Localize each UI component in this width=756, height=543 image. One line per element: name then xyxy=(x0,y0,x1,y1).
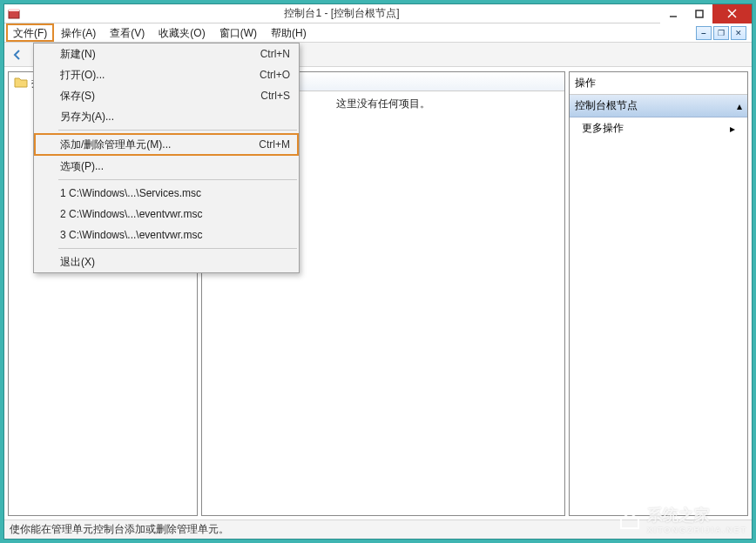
svg-line-4 xyxy=(728,10,736,17)
menu-item-label: 2 C:\Windows\...\eventvwr.msc xyxy=(60,208,202,220)
menu-new[interactable]: 新建(N) Ctrl+N xyxy=(34,44,299,64)
menu-item-label: 退出(X) xyxy=(60,255,95,270)
menu-view[interactable]: 查看(V) xyxy=(103,23,152,42)
menu-add-remove-snapin[interactable]: 添加/删除管理单元(M)... Ctrl+M xyxy=(34,133,299,156)
menu-window[interactable]: 窗口(W) xyxy=(213,23,264,42)
menu-shortcut: Ctrl+M xyxy=(233,138,290,151)
action-pane-title: 操作 xyxy=(570,72,747,95)
menu-item-label: 选项(P)... xyxy=(60,159,104,174)
menu-favorites[interactable]: 收藏夹(O) xyxy=(152,23,212,42)
action-header-label: 控制台根节点 xyxy=(575,98,638,113)
svg-rect-1 xyxy=(9,9,19,11)
action-pane: 操作 控制台根节点 ▴ 更多操作 ▸ xyxy=(569,71,748,516)
mdi-restore-button[interactable]: ❐ xyxy=(713,26,729,40)
svg-rect-0 xyxy=(9,10,19,18)
titlebar: 控制台1 - [控制台根节点] xyxy=(4,4,752,23)
menu-action[interactable]: 操作(A) xyxy=(54,23,103,42)
menubar: 文件(F) 操作(A) 查看(V) 收藏夹(O) 窗口(W) 帮助(H) ‒ ❐… xyxy=(4,23,752,43)
menu-separator xyxy=(58,179,297,180)
collapse-icon: ▴ xyxy=(737,100,742,112)
action-more-label: 更多操作 xyxy=(582,121,624,136)
menu-recent-3[interactable]: 3 C:\Windows\...\eventvwr.msc xyxy=(34,225,299,245)
statusbar: 使你能在管理单元控制台添加或删除管理单元。 xyxy=(4,520,752,539)
menu-file[interactable]: 文件(F) xyxy=(6,23,54,42)
status-text: 使你能在管理单元控制台添加或删除管理单元。 xyxy=(10,522,229,537)
action-header[interactable]: 控制台根节点 ▴ xyxy=(570,95,747,117)
close-button[interactable] xyxy=(712,4,752,23)
folder-icon xyxy=(14,76,28,90)
menu-item-label: 3 C:\Windows\...\eventvwr.msc xyxy=(60,229,202,241)
menu-shortcut: Ctrl+N xyxy=(234,48,290,60)
menu-item-label: 新建(N) xyxy=(60,47,96,62)
menu-shortcut: Ctrl+O xyxy=(233,69,290,81)
svg-line-5 xyxy=(728,10,736,17)
menu-item-label: 打开(O)... xyxy=(60,68,105,83)
menu-item-label: 添加/删除管理单元(M)... xyxy=(60,137,171,152)
menu-help[interactable]: 帮助(H) xyxy=(264,23,314,42)
chevron-right-icon: ▸ xyxy=(730,123,735,135)
menu-shortcut: Ctrl+S xyxy=(234,90,290,102)
mdi-minimize-button[interactable]: ‒ xyxy=(696,26,712,40)
file-menu-dropdown: 新建(N) Ctrl+N 打开(O)... Ctrl+O 保存(S) Ctrl+… xyxy=(33,43,300,273)
menu-item-label: 保存(S) xyxy=(60,89,95,104)
svg-rect-3 xyxy=(696,10,703,17)
mdi-controls: ‒ ❐ ✕ xyxy=(696,23,750,42)
menu-save-as[interactable]: 另存为(A)... xyxy=(34,106,299,127)
menu-open[interactable]: 打开(O)... Ctrl+O xyxy=(34,64,299,85)
menu-options[interactable]: 选项(P)... xyxy=(34,156,299,177)
menu-save[interactable]: 保存(S) Ctrl+S xyxy=(34,85,299,106)
menu-separator xyxy=(58,248,297,249)
maximize-button[interactable] xyxy=(686,4,712,23)
menu-exit[interactable]: 退出(X) xyxy=(34,251,299,272)
menu-item-label: 另存为(A)... xyxy=(60,110,114,124)
mdi-close-button[interactable]: ✕ xyxy=(731,26,746,40)
window-title: 控制台1 - [控制台根节点] xyxy=(24,6,660,21)
back-button[interactable] xyxy=(8,45,27,64)
menu-recent-2[interactable]: 2 C:\Windows\...\eventvwr.msc xyxy=(34,204,299,225)
menu-item-label: 1 C:\Windows\...\Services.msc xyxy=(60,187,201,199)
minimize-button[interactable] xyxy=(660,4,686,23)
action-more[interactable]: 更多操作 ▸ xyxy=(570,117,747,139)
menu-recent-1[interactable]: 1 C:\Windows\...\Services.msc xyxy=(34,183,299,204)
menu-separator xyxy=(58,130,297,131)
app-icon xyxy=(4,4,24,23)
window-controls xyxy=(660,4,752,23)
